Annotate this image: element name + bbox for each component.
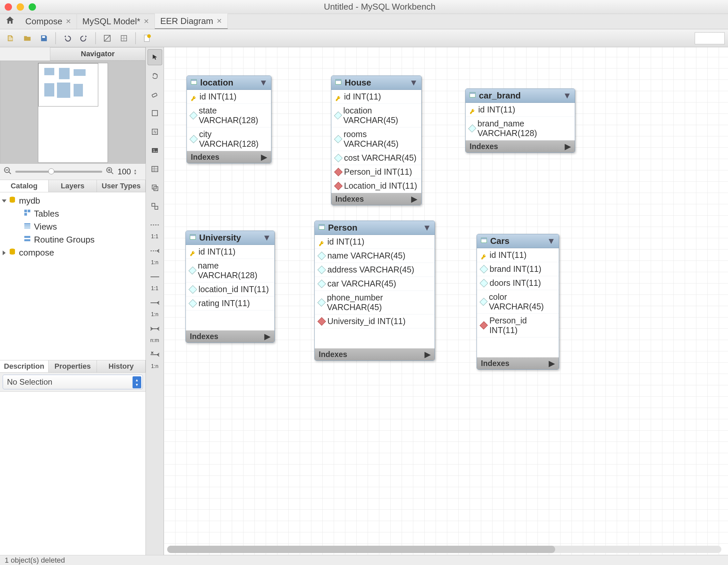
zoom-out-icon[interactable] [3,166,12,177]
tab-eer-diagram[interactable]: EER Diagram ✕ [155,14,228,29]
rel-1-1-id-tool[interactable] [148,269,162,285]
entity-column[interactable]: rating INT(11) [186,296,274,310]
tab-user-types[interactable]: User Types [97,180,146,192]
hand-tool[interactable] [148,68,162,84]
entity-column[interactable]: state VARCHAR(128) [187,104,271,128]
entity-column[interactable]: id INT(11) [315,235,435,249]
indexes-section[interactable]: Indexes▶ [186,330,274,342]
maximize-window-button[interactable] [29,3,36,11]
note-tool[interactable]: N [148,124,162,140]
indexes-section[interactable]: Indexes▶ [315,348,435,360]
entity-car_brand[interactable]: car_brand▼id INT(11)brand_name VARCHAR(1… [465,89,575,153]
entity-column[interactable]: University_id INT(11) [315,314,435,328]
selection-dropdown[interactable]: No Selection ▲▼ [3,375,143,389]
rel-existing-cols-tool[interactable] [148,347,162,363]
pointer-tool[interactable] [148,49,162,65]
entity-column[interactable]: location VARCHAR(45) [331,104,421,128]
expand-icon[interactable]: ▶ [425,350,431,359]
indexes-section[interactable]: Indexes▶ [477,357,559,369]
tree-db-mydb[interactable]: mydb [3,194,143,207]
entity-column[interactable]: location_id INT(11) [186,282,274,296]
save-button[interactable] [37,32,51,45]
entity-column[interactable]: color VARCHAR(45) [477,290,559,314]
new-model-button[interactable] [140,32,155,45]
rel-n-m-tool[interactable] [148,321,162,337]
entity-column[interactable]: id INT(11) [477,248,559,262]
tab-catalog[interactable]: Catalog [0,180,49,192]
entity-column[interactable]: Location_id INT(11) [331,179,421,193]
tab-properties[interactable]: Properties [49,360,97,372]
entity-header[interactable]: Cars▼ [477,234,559,248]
collapse-icon[interactable]: ▼ [547,236,555,246]
entity-column[interactable]: brand_name VARCHAR(128) [466,117,575,141]
close-window-button[interactable] [5,3,12,11]
tree-item-routine-groups[interactable]: Routine Groups [3,233,143,246]
undo-button[interactable] [60,32,75,45]
toolbar-search[interactable] [695,32,725,44]
tab-layers[interactable]: Layers [49,180,97,192]
close-icon[interactable]: ✕ [216,17,222,25]
entity-column[interactable]: name VARCHAR(128) [186,259,274,282]
entity-university[interactable]: University▼id INT(11)name VARCHAR(128)lo… [185,231,275,343]
canvas-h-scrollbar[interactable] [167,546,721,553]
tab-description[interactable]: Description [0,360,49,372]
close-icon[interactable]: ✕ [66,17,71,25]
home-tab[interactable] [0,14,20,29]
entity-column[interactable]: id INT(11) [187,90,271,104]
image-tool[interactable] [148,142,162,158]
entity-column[interactable]: city VARCHAR(128) [187,128,271,151]
rel-1-n-id-tool[interactable] [148,295,162,311]
entity-column[interactable]: id INT(11) [186,245,274,259]
toggle-grid-button[interactable] [100,32,115,45]
catalog-tree[interactable]: mydb Tables Views Routine Groups compose [0,192,146,360]
entity-column[interactable]: Person_id INT(11) [331,165,421,179]
collapse-icon[interactable]: ▼ [423,223,431,233]
entity-column[interactable]: id INT(11) [331,90,421,104]
entity-column[interactable]: car VARCHAR(45) [315,277,435,291]
open-file-button[interactable] [20,32,35,45]
disclosure-triangle-icon[interactable] [3,251,6,255]
collapse-icon[interactable]: ▼ [259,78,268,88]
entity-column[interactable]: rooms VARCHAR(45) [331,128,421,151]
disclosure-triangle-icon[interactable] [2,199,7,202]
tab-mysql-model[interactable]: MySQL Model* ✕ [77,14,155,29]
expand-icon[interactable]: ▶ [549,359,555,368]
entity-header[interactable]: Person▼ [315,221,435,235]
expand-icon[interactable]: ▶ [261,153,267,162]
rel-1-n-nonid-tool[interactable] [148,243,162,259]
entity-column[interactable]: doors INT(11) [477,276,559,290]
layer-tool[interactable] [148,105,162,121]
entity-location[interactable]: location▼id INT(11)state VARCHAR(128)cit… [186,76,271,163]
indexes-section[interactable]: Indexes▶ [187,151,271,163]
tree-item-views[interactable]: Views [3,220,143,233]
eraser-tool[interactable] [148,87,162,103]
tree-db-compose[interactable]: compose [3,246,143,259]
zoom-stepper[interactable]: ▴▾ [134,167,142,177]
diagram-canvas[interactable]: location▼id INT(11)state VARCHAR(128)cit… [164,47,728,555]
minimap[interactable] [0,61,146,164]
entity-column[interactable]: cost VARCHAR(45) [331,151,421,165]
entity-column[interactable]: id INT(11) [466,103,575,117]
expand-icon[interactable]: ▶ [264,332,270,341]
entity-header[interactable]: House▼ [331,76,421,90]
zoom-in-icon[interactable] [106,166,114,177]
indexes-section[interactable]: Indexes▶ [331,193,421,205]
collapse-icon[interactable]: ▼ [563,91,571,101]
entity-column[interactable]: phone_number VARCHAR(45) [315,291,435,314]
entity-column[interactable]: address VARCHAR(45) [315,263,435,277]
minimize-window-button[interactable] [17,3,24,11]
tab-history[interactable]: History [97,360,146,372]
expand-icon[interactable]: ▶ [411,195,417,204]
entity-header[interactable]: location▼ [187,76,271,90]
entity-house[interactable]: House▼id INT(11)location VARCHAR(45)room… [331,76,422,205]
entity-header[interactable]: car_brand▼ [466,89,575,103]
entity-header[interactable]: University▼ [186,231,274,245]
entity-column[interactable]: brand INT(11) [477,262,559,276]
tree-item-tables[interactable]: Tables [3,207,143,220]
rel-1-1-nonid-tool[interactable] [148,217,162,233]
tab-compose[interactable]: Compose ✕ [20,14,77,29]
view-tool[interactable] [148,180,162,196]
redo-button[interactable] [77,32,91,45]
entity-column[interactable]: name VARCHAR(45) [315,249,435,263]
align-grid-button[interactable] [117,32,131,45]
